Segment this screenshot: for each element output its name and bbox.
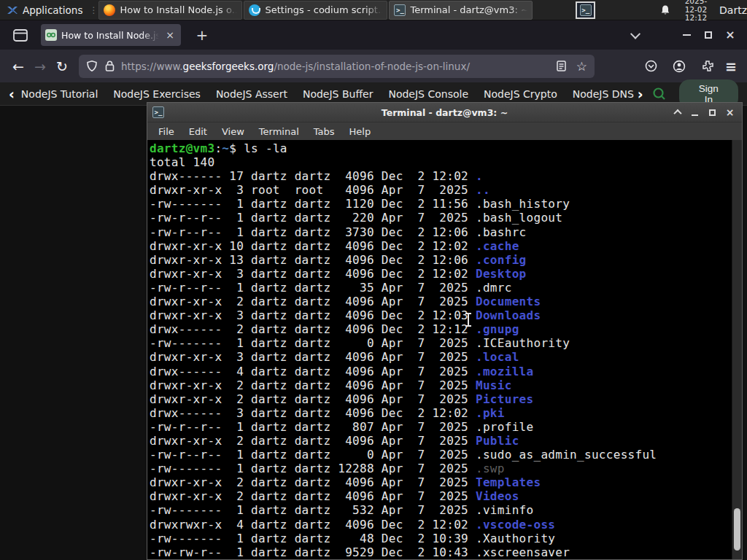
terminal-content[interactable]: dartz@vm3:~$ ls -la total 140 drwx------…: [147, 140, 742, 559]
xfce-logo-icon: [7, 4, 18, 16]
geeksforgeeks-favicon: [45, 29, 57, 41]
notification-bell-icon[interactable]: [659, 4, 671, 16]
terminal-output-line: drwxr-xr-x 2 dartz dartz 4096 Apr 7 2025…: [150, 295, 730, 308]
terminal-output-line: drwx------ 3 dartz dartz 4096 Dec 2 12:0…: [150, 406, 730, 420]
search-icon[interactable]: [652, 87, 666, 101]
terminal-output-line: drwxr-xr-x 13 dartz dartz 4096 Dec 2 12:…: [150, 253, 730, 267]
terminal-output-line: -rw-r--r-- 1 dartz dartz 220 Apr 7 2025 …: [150, 211, 730, 225]
terminal-icon: >_: [580, 4, 592, 16]
site-nav-item[interactable]: NodeJS Assert: [216, 88, 287, 100]
taskbar-window-label: Settings - codium script...: [265, 4, 382, 15]
terminal-output-line: drwxr-xr-x 2 dartz dartz 4096 Apr 7 2025…: [150, 475, 730, 489]
terminal-scrollbar[interactable]: [732, 140, 742, 559]
system-panel: Applications ⋮ How to Install Node.js o.…: [0, 0, 747, 20]
terminal-menu-help[interactable]: Help: [343, 125, 378, 139]
browser-toolbar: ← → ↻ https://www.geeksforgeeks.org/node…: [0, 50, 747, 82]
url-text: https://www.geeksforgeeks.org/node-js/in…: [121, 61, 550, 72]
browser-tab-active[interactable]: How to Install Node.js on ×: [41, 24, 181, 46]
terminal-output-line: -rw------- 1 dartz dartz 1120 Dec 2 11:5…: [150, 197, 730, 211]
terminal-output-line: -rw-r--r-- 1 dartz dartz 807 Apr 7 2025 …: [150, 420, 730, 434]
terminal-menu-terminal[interactable]: Terminal: [252, 125, 306, 139]
panel-clock[interactable]: 2025-12-02 12:12: [681, 0, 711, 23]
terminal-output-line: -rw-r--r-- 1 dartz dartz 3730 Dec 2 12:0…: [150, 225, 730, 239]
applications-menu-button[interactable]: Applications: [0, 0, 89, 20]
terminal-output-line: drwxr-xr-x 2 dartz dartz 4096 Apr 7 2025…: [150, 378, 730, 392]
tab-title: How to Install Node.js on: [61, 30, 159, 41]
reader-view-icon[interactable]: [556, 61, 568, 72]
extensions-puzzle-icon[interactable]: [697, 55, 719, 77]
tab-close-icon[interactable]: ×: [163, 29, 177, 41]
site-nav-item[interactable]: NodeJS Console: [388, 88, 468, 100]
terminal-menu-edit[interactable]: Edit: [182, 125, 214, 139]
terminal-text: dartz@vm3:~$ ls -la total 140 drwx------…: [150, 141, 730, 559]
account-icon[interactable]: [668, 55, 690, 77]
terminal-output-line: drwx------ 2 dartz dartz 4096 Dec 2 12:1…: [150, 322, 730, 336]
taskbar-window-label: Terminal - dartz@vm3: ~: [410, 4, 527, 15]
taskbar-window-terminal[interactable]: >_ Terminal - dartz@vm3: ~: [389, 1, 533, 20]
terminal-titlebar[interactable]: >_ Terminal - dartz@vm3: ~ ×: [147, 103, 742, 122]
reload-button[interactable]: ↻: [51, 55, 73, 77]
url-input[interactable]: https://www.geeksforgeeks.org/node-js/in…: [79, 55, 595, 78]
terminal-output-line: drwx------ 17 dartz dartz 4096 Dec 2 12:…: [150, 169, 730, 183]
new-tab-button[interactable]: +: [193, 26, 212, 44]
terminal-output-line: total 140: [150, 155, 730, 169]
window-controls: ×: [624, 25, 747, 45]
terminal-menubar: FileEditViewTerminalTabsHelp: [147, 122, 742, 140]
scrollbar-thumb[interactable]: [734, 508, 740, 551]
firefox-view-icon[interactable]: [10, 25, 31, 45]
toolbar-right-icons: ≡: [640, 55, 740, 77]
site-nav-item[interactable]: NodeJS Buffer: [303, 88, 374, 100]
nav-scroll-right-icon[interactable]: ›: [638, 86, 643, 102]
site-nav-item[interactable]: NodeJS DNS: [573, 88, 634, 100]
taskbar-window-firefox[interactable]: How to Install Node.js o...: [98, 1, 242, 20]
vscodium-icon: [249, 4, 260, 16]
terminal-output-line: drwxr-xr-x 3 dartz dartz 4096 Dec 2 12:0…: [150, 308, 730, 322]
nav-scroll-left-icon[interactable]: ‹: [9, 86, 15, 102]
terminal-output-line: -rw------- 1 dartz dartz 0 Apr 7 2025 .I…: [150, 336, 730, 350]
terminal-window: >_ Terminal - dartz@vm3: ~ × FileEditVie…: [147, 102, 743, 560]
terminal-output-line: drwxr-xr-x 3 root root 4096 Apr 7 2025 .…: [150, 183, 730, 197]
menu-hamburger-icon[interactable]: ≡: [725, 58, 737, 74]
terminal-output-line: drwxr-xr-x 3 dartz dartz 4096 Apr 7 2025…: [150, 350, 730, 364]
close-button[interactable]: ×: [724, 107, 735, 118]
terminal-prompt-line: dartz@vm3:~$ ls -la: [150, 141, 730, 155]
shield-icon[interactable]: [86, 61, 98, 72]
close-button[interactable]: ×: [719, 25, 741, 45]
terminal-menu-tabs[interactable]: Tabs: [307, 125, 341, 139]
site-nav-item[interactable]: NodeJS Tutorial: [21, 88, 98, 100]
terminal-output-line: drwxr-xr-x 2 dartz dartz 4096 Apr 7 2025…: [150, 392, 730, 406]
terminal-output-line: -rw------- 1 dartz dartz 48 Dec 2 10:39 …: [150, 532, 730, 545]
terminal-output-line: -rw-r--r-- 1 dartz dartz 35 Apr 7 2025 .…: [150, 281, 730, 295]
clock-time: 12:12: [681, 14, 711, 23]
bookmark-star-icon[interactable]: ☆: [576, 59, 587, 74]
terminal-output-line: drwxr-xr-x 3 dartz dartz 4096 Dec 2 12:0…: [150, 267, 730, 281]
minimize-button[interactable]: [689, 107, 700, 118]
taskbar-window-codium[interactable]: Settings - codium script...: [244, 1, 387, 20]
lock-icon[interactable]: [104, 61, 115, 72]
panel-separator: ⋮: [89, 5, 96, 15]
terminal-listing: drwx------ 17 dartz dartz 4096 Dec 2 12:…: [150, 169, 730, 559]
terminal-output-line: drwxr-xr-x 2 dartz dartz 4096 Apr 7 2025…: [150, 489, 730, 503]
forward-button[interactable]: →: [29, 55, 51, 77]
minimize-button[interactable]: [676, 25, 697, 45]
maximize-button[interactable]: [697, 25, 719, 45]
browser-tab-bar: How to Install Node.js on × + ×: [0, 20, 747, 50]
terminal-output-line: drwxrwxr-x 4 dartz dartz 4096 Dec 2 12:0…: [150, 518, 730, 532]
terminal-output-line: -rw-rw-r-- 1 dartz dartz 9529 Dec 2 10:4…: [150, 545, 730, 559]
terminal-title: Terminal - dartz@vm3: ~: [147, 107, 742, 118]
pocket-icon[interactable]: [640, 55, 662, 77]
applications-label: Applications: [23, 4, 82, 16]
terminal-output-line: drwxr-xr-x 10 dartz dartz 4096 Dec 2 12:…: [150, 239, 730, 253]
maximize-button[interactable]: [707, 107, 718, 118]
list-all-tabs-icon[interactable]: [624, 25, 646, 45]
site-nav-item[interactable]: NodeJS Exercises: [113, 88, 201, 100]
panel-username[interactable]: Dartz: [719, 4, 747, 16]
terminal-menu-view[interactable]: View: [215, 125, 251, 139]
tray-terminal-icon[interactable]: >_: [576, 1, 595, 19]
back-button[interactable]: ←: [7, 55, 29, 77]
shade-button[interactable]: [672, 107, 683, 118]
firefox-icon: [104, 4, 115, 16]
site-nav-item[interactable]: NodeJS Crypto: [484, 88, 557, 100]
terminal-output-line: -rw-r--r-- 1 dartz dartz 0 Apr 7 2025 .s…: [150, 448, 730, 462]
terminal-menu-file[interactable]: File: [152, 125, 181, 139]
